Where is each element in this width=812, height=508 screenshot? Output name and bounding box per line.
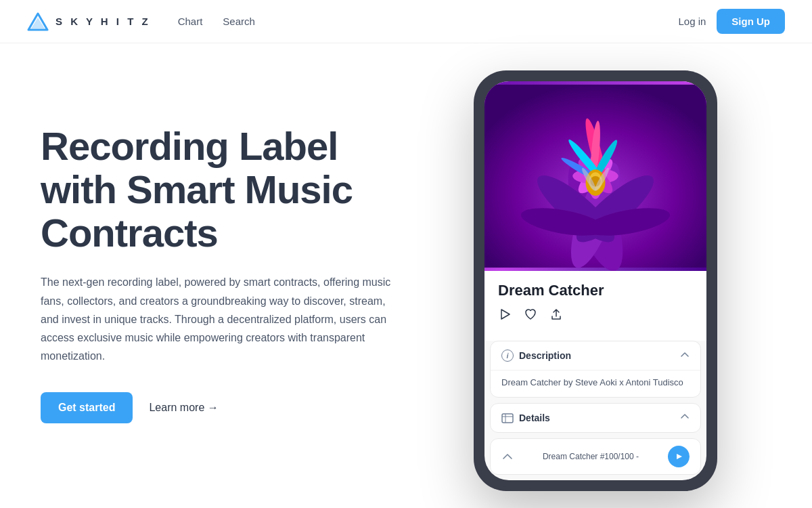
login-button[interactable]: Log in [678,16,706,27]
bottom-bar-text: Dream Catcher #100/100 - [543,452,639,461]
logo-icon [27,11,49,33]
details-header-left: Details [501,412,550,423]
svg-marker-24 [501,310,510,319]
get-started-button[interactable]: Get started [41,392,133,423]
description-card-header[interactable]: i Description [491,341,700,370]
details-card: Details [490,403,701,433]
description-body: Dream Catcher by Steve Aoki x Antoni Tud… [491,370,700,397]
description-header-left: i Description [501,350,571,362]
details-card-header[interactable]: Details [491,404,700,432]
nav-chart[interactable]: Chart [178,16,203,27]
heart-icon[interactable] [524,308,537,324]
hero-actions: Get started Learn more → [41,392,447,423]
bottom-play-button[interactable] [668,446,690,467]
track-info: Dream Catcher [484,271,706,341]
bottom-bar-up-icon [501,450,514,463]
hero-title-line2: with Smart Music [41,167,353,211]
hero-title: Recording Label with Smart Music Contrac… [41,125,447,254]
hero-title-line1: Recording Label [41,124,338,168]
description-label: Description [519,350,571,361]
logo-area: S K Y H I T Z [27,11,151,33]
phone-inner: Dream Catcher [484,81,706,480]
track-title: Dream Catcher [498,282,693,299]
nav-links: Chart Search [178,16,679,27]
album-art [484,81,706,271]
svg-marker-28 [677,454,682,459]
hero-title-line3: Contracts [41,211,218,255]
hero-description: The next-gen recording label, powered by… [41,273,392,365]
description-chevron-up-icon [680,350,690,362]
hero-right: Dream Catcher [474,70,731,491]
svg-rect-25 [502,414,513,423]
nav-search[interactable]: Search [223,16,255,27]
bottom-bar: Dream Catcher #100/100 - [490,438,701,475]
learn-more-button[interactable]: Learn more → [149,402,218,414]
details-grid-icon [501,413,514,423]
nav-actions: Log in Sign Up [678,9,785,34]
details-chevron-up-icon [680,412,690,424]
hero-left: Recording Label with Smart Music Contrac… [41,84,447,423]
details-label: Details [519,412,550,423]
phone-mockup: Dream Catcher [474,70,717,491]
signup-button[interactable]: Sign Up [717,9,785,34]
description-text: Dream Catcher by Steve Aoki x Antoni Tud… [501,377,683,387]
play-icon[interactable] [498,308,512,324]
track-actions [498,308,693,324]
navbar: S K Y H I T Z Chart Search Log in Sign U… [0,0,812,43]
logo-text: S K Y H I T Z [55,16,151,27]
share-icon[interactable] [549,308,563,324]
hero-section: Recording Label with Smart Music Contrac… [0,43,812,508]
info-icon: i [501,350,514,362]
description-card: i Description Dream Catcher by Steve Aok… [490,341,701,398]
